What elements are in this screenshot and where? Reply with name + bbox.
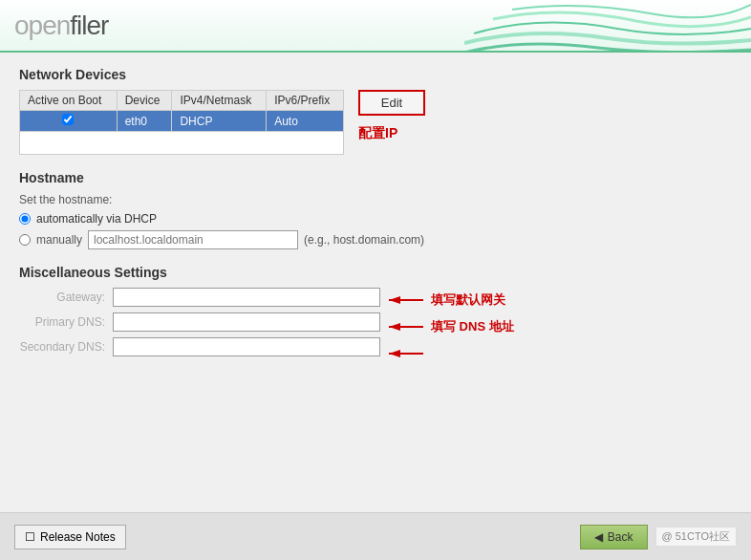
footer: ☐ Release Notes ◀ Back @ 51CTO社区 xyxy=(0,512,751,560)
secondary-dns-arrow-area xyxy=(387,345,425,362)
auto-radio[interactable] xyxy=(19,213,31,225)
secondary-dns-label: Secondary DNS: xyxy=(19,340,105,354)
misc-title: Miscellaneous Settings xyxy=(19,265,732,280)
gateway-arrow-icon xyxy=(387,291,425,309)
secondary-dns-arrow-icon xyxy=(387,345,425,362)
manual-radio-row: manually (e.g., host.domain.com) xyxy=(19,230,732,249)
active-checkbox[interactable] xyxy=(62,114,74,125)
logo-filer: filer xyxy=(70,11,108,40)
ipv6-cell: Auto xyxy=(267,111,344,132)
network-table: Active on Boot Device IPv4/Netmask IPv6/… xyxy=(19,90,344,155)
watermark: @ 51CTO社区 xyxy=(655,527,737,547)
active-on-boot-cell xyxy=(20,111,118,132)
col-ipv4: IPv4/Netmask xyxy=(172,91,267,111)
misc-section: Miscellaneous Settings Gateway: Primary … xyxy=(19,265,732,362)
primary-dns-input[interactable] xyxy=(113,312,380,332)
dns-arrow-label: 填写 DNS 地址 xyxy=(431,318,514,335)
hostname-input[interactable] xyxy=(88,230,298,249)
dns-arrow-icon xyxy=(387,318,425,335)
col-device: Device xyxy=(117,91,172,111)
footer-right: ◀ Back @ 51CTO社区 xyxy=(580,525,737,549)
gateway-arrow-area: 填写默认网关 xyxy=(387,291,505,309)
logo-open: open xyxy=(14,11,70,40)
primary-dns-row: Primary DNS: xyxy=(19,312,380,332)
ipv4-cell: DHCP xyxy=(172,111,267,132)
hostname-section: Hostname Set the hostname: automatically… xyxy=(19,170,732,249)
back-button[interactable]: ◀ Back xyxy=(580,525,648,549)
col-ipv6: IPv6/Prefix xyxy=(267,91,344,111)
device-cell: eth0 xyxy=(117,111,172,132)
header: openfiler xyxy=(0,0,751,53)
back-arrow-icon: ◀ xyxy=(594,530,603,544)
release-notes-button[interactable]: ☐ Release Notes xyxy=(14,525,126,549)
network-devices-section: Network Devices Active on Boot Device IP… xyxy=(19,67,732,155)
auto-radio-label: automatically via DHCP xyxy=(36,212,157,226)
gateway-label: Gateway: xyxy=(19,291,105,304)
gateway-arrow-label: 填写默认网关 xyxy=(431,291,505,309)
network-table-area: Active on Boot Device IPv4/Netmask IPv6/… xyxy=(19,90,732,155)
table-row[interactable]: eth0 DHCP Auto xyxy=(20,111,344,132)
gateway-row: Gateway: xyxy=(19,288,380,307)
secondary-dns-input[interactable] xyxy=(113,337,380,356)
back-label: Back xyxy=(608,530,633,544)
release-notes-label: Release Notes xyxy=(40,530,116,544)
edit-button[interactable]: Edit xyxy=(358,90,425,116)
secondary-dns-row: Secondary DNS: xyxy=(19,337,380,356)
header-decoration xyxy=(464,0,751,53)
network-devices-title: Network Devices xyxy=(19,67,732,82)
logo: openfiler xyxy=(14,11,108,41)
manual-hint: (e.g., host.domain.com) xyxy=(304,233,424,247)
gateway-input[interactable] xyxy=(113,288,380,307)
hostname-title: Hostname xyxy=(19,170,732,185)
main-content: Network Devices Active on Boot Device IP… xyxy=(0,53,751,512)
edit-area: Edit 配置IP xyxy=(358,90,425,142)
release-notes-checkbox-icon: ☐ xyxy=(25,530,35,544)
col-active-on-boot: Active on Boot xyxy=(20,91,118,111)
primary-dns-label: Primary DNS: xyxy=(19,315,105,329)
auto-radio-row: automatically via DHCP xyxy=(19,212,732,226)
empty-row xyxy=(20,132,344,155)
dns-arrow-area: 填写 DNS 地址 xyxy=(387,318,514,335)
hostname-subtitle: Set the hostname: xyxy=(19,193,732,206)
manual-radio[interactable] xyxy=(19,234,31,246)
config-ip-label: 配置IP xyxy=(358,125,397,142)
manual-radio-label: manually xyxy=(36,233,82,247)
